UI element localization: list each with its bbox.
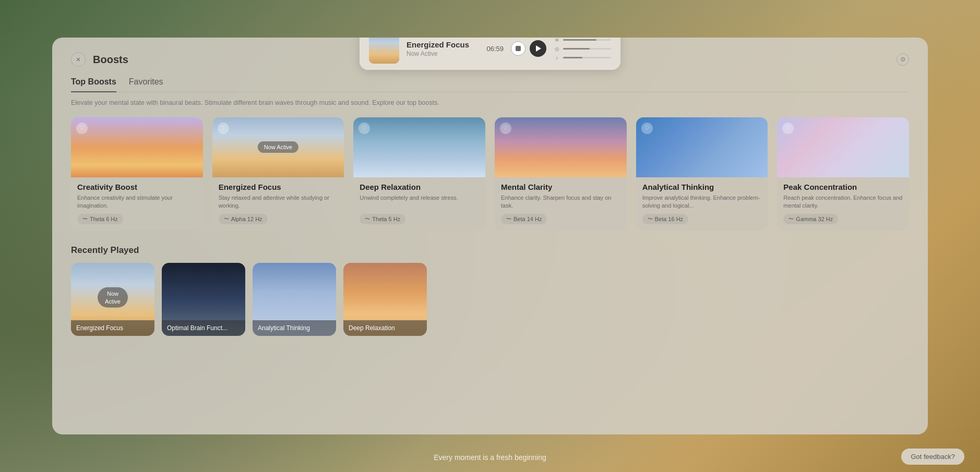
wave-icon: 〜 bbox=[788, 215, 794, 223]
card-title: Creativity Boost bbox=[77, 183, 197, 191]
now-active-badge: Now Active bbox=[258, 141, 298, 153]
music-slider-row: ♪ bbox=[554, 55, 611, 60]
card-tag: 〜 Alpha 12 Hz bbox=[219, 214, 268, 224]
boost-card-energized-focus[interactable]: ♡ Now Active Energized Focus Stay relaxe… bbox=[212, 117, 344, 231]
eq-fill bbox=[563, 48, 590, 50]
card-title: Deep Relaxation bbox=[360, 183, 479, 191]
boost-card-deep-relaxation[interactable]: ♡ Deep Relaxation Unwind completely and … bbox=[353, 117, 485, 231]
recent-card-image: Analytical Thinking bbox=[253, 263, 336, 336]
music-icon: ♪ bbox=[554, 55, 560, 60]
music-slider[interactable] bbox=[563, 57, 611, 58]
card-title: Analytical Thinking bbox=[642, 183, 762, 191]
eq-slider-row: ◎ bbox=[554, 46, 611, 52]
card-title: Energized Focus bbox=[219, 183, 338, 191]
card-tag: 〜 Beta 14 Hz bbox=[501, 214, 547, 224]
heart-icon[interactable]: ♡ bbox=[500, 123, 511, 134]
card-image: ♡ bbox=[71, 117, 203, 177]
recent-card-image: NowActive Energized Focus bbox=[71, 263, 154, 336]
heart-icon[interactable]: ♡ bbox=[641, 123, 653, 134]
card-body: Creativity Boost Enhance creativity and … bbox=[71, 177, 203, 231]
heart-icon[interactable]: ♡ bbox=[218, 123, 229, 134]
boosts-grid: ♡ Creativity Boost Enhance creativity an… bbox=[71, 117, 909, 231]
recent-card-recent-analytical-thinking[interactable]: Analytical Thinking bbox=[253, 263, 336, 336]
volume-fill bbox=[563, 39, 596, 41]
now-playing-title: Energized Focus bbox=[407, 40, 479, 49]
now-active-overlay: NowActive bbox=[98, 287, 128, 308]
card-description: Stay relaxed and attentive while studyin… bbox=[219, 194, 338, 210]
card-image: ♡ bbox=[777, 117, 909, 177]
now-playing-time: 06:59 bbox=[486, 45, 504, 53]
thumbnail-image bbox=[369, 38, 399, 64]
card-body: Peak Concentration Reach peak concentrat… bbox=[777, 177, 909, 231]
volume-slider[interactable] bbox=[563, 39, 611, 41]
card-image: ♡ bbox=[636, 117, 768, 177]
subtitle: Elevate your mental state with binaural … bbox=[71, 99, 909, 108]
eq-slider[interactable] bbox=[563, 48, 611, 50]
card-body: Deep Relaxation Unwind completely and re… bbox=[353, 177, 485, 231]
card-image: ♡ Now Active bbox=[212, 117, 344, 177]
recent-card-recent-energized-focus[interactable]: NowActive Energized Focus bbox=[71, 263, 154, 336]
card-tag: 〜 Beta 16 Hz bbox=[642, 214, 688, 224]
card-tag: 〜 Theta 5 Hz bbox=[360, 214, 405, 224]
music-fill bbox=[563, 57, 582, 58]
card-image: ♡ bbox=[353, 117, 485, 177]
card-body: Mental Clarity Enhance clarity. Sharpen … bbox=[495, 177, 627, 231]
wave-icon: 〜 bbox=[365, 215, 370, 223]
now-playing-bar: Energized Focus Now Active 06:59 ≋ ◎ ♪ bbox=[360, 38, 620, 70]
page-title: Boosts bbox=[93, 54, 128, 66]
card-image: ♡ bbox=[495, 117, 627, 177]
boost-card-creativity-boost[interactable]: ♡ Creativity Boost Enhance creativity an… bbox=[71, 117, 203, 231]
recent-grid: NowActive Energized Focus Optimal Brain … bbox=[71, 263, 909, 336]
card-body: Analytical Thinking Improve analytical t… bbox=[636, 177, 768, 231]
volume-icon: ≋ bbox=[554, 38, 560, 43]
recent-card-label: Optimal Brain Funct... bbox=[162, 320, 245, 336]
recent-card-image: Deep Relaxation bbox=[343, 263, 427, 336]
boost-card-mental-clarity[interactable]: ♡ Mental Clarity Enhance clarity. Sharpe… bbox=[495, 117, 627, 231]
settings-icon[interactable]: ⚙ bbox=[897, 53, 909, 66]
recent-card-label: Energized Focus bbox=[71, 320, 154, 336]
now-playing-info: Energized Focus Now Active bbox=[407, 40, 479, 57]
close-button[interactable]: × bbox=[71, 52, 86, 67]
tabs-container: Top Boosts Favorites bbox=[71, 77, 909, 92]
now-playing-thumbnail bbox=[369, 38, 399, 64]
card-description: Unwind completely and release stress. bbox=[360, 194, 479, 210]
card-title: Mental Clarity bbox=[501, 183, 620, 191]
feedback-button[interactable]: Got feedback? bbox=[901, 449, 964, 465]
stop-button[interactable] bbox=[511, 41, 525, 56]
heart-icon[interactable]: ♡ bbox=[76, 123, 88, 134]
recent-card-image: Optimal Brain Funct... bbox=[162, 263, 245, 336]
card-title: Peak Concentration bbox=[783, 183, 903, 191]
now-playing-status: Now Active bbox=[407, 50, 479, 57]
card-tag: 〜 Gamma 32 Hz bbox=[783, 214, 838, 224]
boost-card-analytical-thinking[interactable]: ♡ Analytical Thinking Improve analytical… bbox=[636, 117, 768, 231]
recent-card-recent-optimal-brain[interactable]: Optimal Brain Funct... bbox=[162, 263, 245, 336]
card-description: Reach peak concentration. Enhance focus … bbox=[783, 194, 903, 210]
eq-icon: ◎ bbox=[554, 46, 560, 52]
now-playing-sliders: ≋ ◎ ♪ bbox=[554, 38, 611, 60]
card-tag: 〜 Theta 6 Hz bbox=[77, 214, 123, 224]
card-description: Improve analytical thinking. Enhance pro… bbox=[642, 194, 762, 210]
card-description: Enhance creativity and stimulate your im… bbox=[77, 194, 197, 210]
wave-icon: 〜 bbox=[224, 215, 229, 223]
now-playing-controls bbox=[511, 40, 546, 57]
heart-icon[interactable]: ♡ bbox=[782, 123, 794, 134]
play-button[interactable] bbox=[530, 40, 546, 57]
footer-quote: Every moment is a fresh beginning bbox=[434, 453, 546, 462]
recent-card-recent-deep-relaxation[interactable]: Deep Relaxation bbox=[343, 263, 427, 336]
heart-icon[interactable]: ♡ bbox=[358, 123, 370, 134]
tab-top-boosts[interactable]: Top Boosts bbox=[71, 77, 116, 92]
wave-icon: 〜 bbox=[82, 215, 88, 223]
wave-icon: 〜 bbox=[506, 215, 511, 223]
tab-favorites[interactable]: Favorites bbox=[129, 77, 163, 89]
volume-slider-row: ≋ bbox=[554, 38, 611, 43]
boost-card-peak-concentration[interactable]: ♡ Peak Concentration Reach peak concentr… bbox=[777, 117, 909, 231]
card-description: Enhance clarity. Sharpen focus and stay … bbox=[501, 194, 620, 210]
wave-icon: 〜 bbox=[648, 215, 653, 223]
recent-card-label: Deep Relaxation bbox=[343, 320, 427, 336]
card-body: Energized Focus Stay relaxed and attenti… bbox=[212, 177, 344, 231]
recent-card-label: Analytical Thinking bbox=[253, 320, 336, 336]
recently-played-title: Recently Played bbox=[71, 245, 909, 256]
main-panel: Energized Focus Now Active 06:59 ≋ ◎ ♪ bbox=[52, 38, 928, 434]
